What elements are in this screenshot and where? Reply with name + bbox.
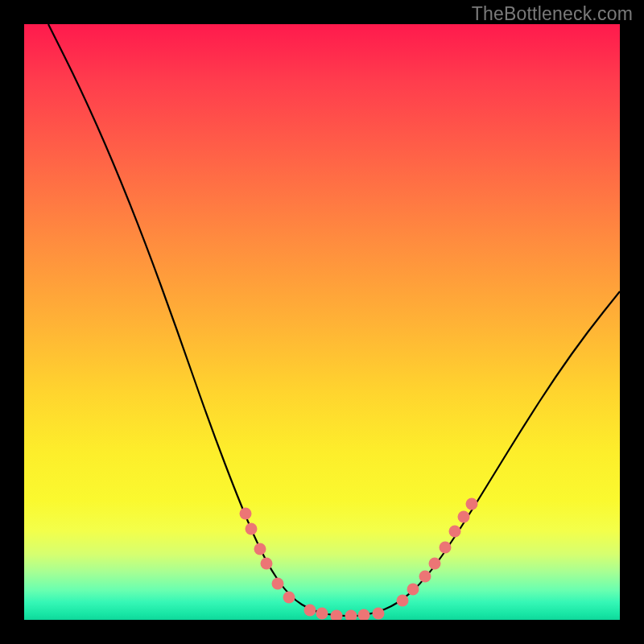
data-marker: [240, 508, 252, 520]
data-marker: [466, 498, 478, 510]
data-marker: [272, 578, 284, 590]
data-marker: [419, 571, 431, 583]
data-marker: [254, 543, 266, 555]
data-marker: [429, 558, 441, 570]
data-marker: [304, 605, 316, 617]
data-marker: [261, 558, 273, 570]
data-marker: [316, 608, 328, 620]
watermark-text: TheBottleneck.com: [472, 3, 633, 25]
data-marker: [440, 542, 452, 554]
data-marker: [373, 608, 385, 620]
data-marker: [283, 592, 295, 604]
data-marker: [246, 523, 258, 535]
data-marker: [331, 610, 343, 621]
data-marker: [458, 511, 470, 523]
marker-group: [240, 498, 478, 621]
data-marker: [407, 584, 419, 596]
data-marker: [449, 526, 461, 538]
chart-container: TheBottleneck.com: [0, 0, 644, 644]
data-marker: [358, 609, 370, 621]
plot-area: [24, 24, 620, 620]
markers-layer: [24, 24, 620, 620]
data-marker: [397, 595, 409, 607]
data-marker: [345, 610, 357, 621]
